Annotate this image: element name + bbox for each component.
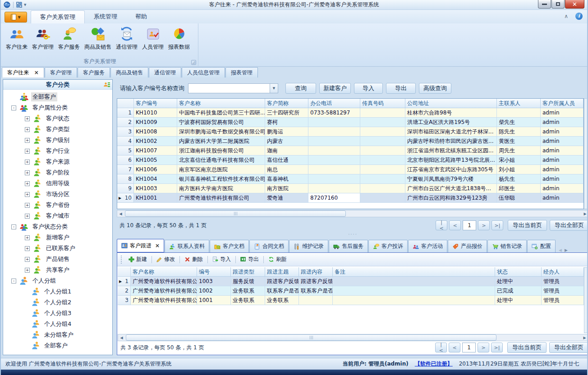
tab-customer-follow-up[interactable]: 客户跟进 × xyxy=(117,239,164,252)
column-header[interactable]: 客户名称 xyxy=(131,267,197,277)
tree-item-personal-groups[interactable]: - 个人分组 xyxy=(3,275,112,286)
column-header[interactable]: 客户简称 xyxy=(265,99,308,108)
scroll-right-icon[interactable]: ▶ xyxy=(582,212,588,216)
info-icon[interactable]: i xyxy=(575,13,583,20)
prev-page-button[interactable]: < xyxy=(449,343,460,352)
ribbon-button-customer-manage[interactable]: 客户管理 xyxy=(30,25,56,52)
minimize-button[interactable] xyxy=(538,0,551,9)
doc-tab-goods-sales[interactable]: 商品及销售 xyxy=(110,67,148,78)
collapse-ribbon-icon[interactable]: ∧ xyxy=(564,14,568,19)
column-header[interactable]: 办公电话 xyxy=(308,99,360,108)
tab-product-quotes[interactable]: 产品报价 xyxy=(448,240,487,252)
table-row[interactable]: ▶1 广州爱奇迪软件科技有限公司 1003 服务反馈 跟进客户反馈... 跟进客… xyxy=(118,277,584,286)
export-records-button[interactable]: 导出 xyxy=(238,254,262,265)
tree-collapse-icon[interactable]: - xyxy=(11,105,16,110)
tree-item-attribute-category[interactable]: - 客户属性分类 xyxy=(3,102,112,113)
scroll-right-icon[interactable]: ▶ xyxy=(581,336,588,340)
next-page-button[interactable]: > xyxy=(478,220,490,230)
tree-expand-icon[interactable]: + xyxy=(25,170,30,175)
page-number-input[interactable]: 1 xyxy=(462,343,476,352)
ribbon-tab-crm[interactable]: 客户关系管理 xyxy=(31,10,85,23)
new-customer-button[interactable]: 新建客户 xyxy=(319,83,351,94)
table-row[interactable]: 3 KH1008 深圳市鹏海运电子数据交换有限公司 鹏海运 深圳市福田区深南大道… xyxy=(117,127,583,137)
tree-item-new-customers[interactable]: + 新增客户 xyxy=(3,232,112,243)
tab-maintenance-records[interactable]: 维护记录 xyxy=(289,240,328,252)
doc-tab-customer-manage[interactable]: 客户管理 xyxy=(45,67,77,78)
scrollbar-thumb[interactable] xyxy=(125,210,346,217)
prev-page-button[interactable]: < xyxy=(449,220,461,230)
tree-expand-icon[interactable]: + xyxy=(25,268,30,273)
export-all-pages-button[interactable]: 导出全部页 xyxy=(550,220,588,231)
doc-tab-personnel-info[interactable]: 人员信息管理 xyxy=(182,67,225,78)
ribbon-button-customer-contacts[interactable]: 客户往来 xyxy=(4,25,30,52)
table-row[interactable]: 6 KH1005 北京嘉信仕通电子科技有限公司 嘉信仕通 北京市朝阳区北苑路甲1… xyxy=(117,155,583,165)
table-row[interactable]: 3 广州爱奇迪软件科技有限公司 1001 业务联系 业务联系 处理中 管理员 xyxy=(118,296,584,305)
table-row[interactable]: 7 KH1006 南京军区南京总医院 南总 江苏省南京市玄武区中山东路305号 … xyxy=(117,165,583,174)
tree-item-customer-status[interactable]: + 客户状态 xyxy=(3,113,112,124)
tree-expand-icon[interactable]: + xyxy=(25,192,30,197)
tab-customer-complaints[interactable]: 客户投诉 xyxy=(368,240,408,252)
edit-record-button[interactable]: 修改 xyxy=(154,254,178,265)
close-button[interactable]: ✕ xyxy=(565,0,584,9)
tree-expand-icon[interactable]: + xyxy=(25,203,30,208)
advanced-query-button[interactable]: 高级查询 xyxy=(419,83,451,94)
tree-item-personal-group-3[interactable]: 个人分组3 xyxy=(3,308,112,319)
table-row[interactable]: 9 KH1003 南方医科大学南方医院 南方医院 广州市白云区广州大道北1838… xyxy=(117,184,583,193)
tab-scroll-right-icon[interactable]: ▶ xyxy=(565,248,568,252)
column-header[interactable]: 跟进内容 xyxy=(299,267,333,277)
tab-sales-records[interactable]: 销售记录 xyxy=(487,240,527,252)
ribbon-button-reports[interactable]: 报表数据 xyxy=(166,25,192,52)
doc-tab-customer-service[interactable]: 客户服务 xyxy=(78,67,110,78)
new-record-button[interactable]: 新建 xyxy=(126,254,150,265)
tree-expand-icon[interactable]: + xyxy=(25,138,30,143)
scroll-left-icon[interactable]: ◀ xyxy=(117,212,124,216)
column-header[interactable]: 客户名称 xyxy=(177,99,265,108)
app-menu-button[interactable]: ▼ xyxy=(5,12,27,23)
doc-tab-customer-contacts[interactable]: 客户往来 × xyxy=(2,67,44,78)
tree-expand-icon[interactable]: + xyxy=(25,214,30,219)
table-row[interactable]: 1 KH1010 中国电子科技集团公司第三十四研... 三十四研究所 0733-… xyxy=(117,108,583,118)
scrollbar-thumb[interactable] xyxy=(126,334,496,341)
splitter-handle[interactable]: ···· xyxy=(117,233,588,238)
table-row[interactable]: 4 KH1002 内蒙古医科大学第二附属医院 内蒙古 内蒙古呼和浩特市回民区内蒙… xyxy=(117,137,583,146)
tree-item-customer-industry[interactable]: + 客户行业 xyxy=(3,146,112,156)
tree-expand-icon[interactable]: + xyxy=(25,127,30,132)
ribbon-button-customer-service[interactable]: 客户服务 xyxy=(56,25,82,52)
tree-item-customer-source[interactable]: + 客户来源 xyxy=(3,156,112,167)
tree-item-market-region[interactable]: + 市场分区 xyxy=(3,189,112,200)
export-all-pages-button[interactable]: 导出全部页 xyxy=(549,342,588,353)
tree-item-customer-province[interactable]: + 客户省份 xyxy=(3,200,112,210)
tree-item-customer-stage[interactable]: + 客户阶段 xyxy=(3,167,112,178)
tree-collapse-icon[interactable]: - xyxy=(11,224,16,229)
tree-item-customer-city[interactable]: + 客户城市 xyxy=(3,210,112,221)
next-page-button[interactable]: > xyxy=(478,343,489,352)
tree-expand-icon[interactable]: + xyxy=(25,257,30,262)
table-row[interactable]: 2 广州爱奇迪软件科技有限公司 1002 业务联系 联系客户是否... 联系客户… xyxy=(118,286,584,296)
table-row[interactable]: 5 KH1007 浙江迦南科技股份有限公司 迦南 浙江省温州市瓯北镇东瓯工业区园… xyxy=(117,146,583,155)
close-icon[interactable]: × xyxy=(34,69,39,76)
doc-tab-report-manage[interactable]: 报表管理 xyxy=(225,67,258,78)
horizontal-scrollbar[interactable]: ◀ ▶ xyxy=(118,334,588,341)
tree-expand-icon[interactable]: + xyxy=(25,181,30,186)
tree-item-personal-group-4[interactable]: 个人分组4 xyxy=(3,319,112,329)
tree-item-contacted-customers[interactable]: + 已联系客户 xyxy=(3,243,112,254)
horizontal-scrollbar[interactable]: ◀ ▶ xyxy=(117,210,588,217)
export-current-page-button[interactable]: 导出当前页 xyxy=(508,220,547,231)
tab-after-sales-service[interactable]: 售后服务 xyxy=(329,240,368,252)
doc-tab-communication[interactable]: 通信管理 xyxy=(149,67,181,78)
customer-search-input[interactable]: ▼ xyxy=(188,83,278,93)
tree-item-status-category[interactable]: - 客户状态分类 xyxy=(3,221,112,232)
column-header[interactable]: 跟进主题 xyxy=(265,267,299,277)
last-page-button[interactable]: >| xyxy=(492,220,503,230)
table-row[interactable]: 2 KH1009 宁波赛柯国际贸易有限公司 赛柯 洪塘工业A区洪大路195号 柴… xyxy=(117,118,583,127)
tree-collapse-icon[interactable]: - xyxy=(11,279,16,284)
tree-item-shared-customers[interactable]: + 共享客户 xyxy=(3,265,112,275)
tree-expand-icon[interactable]: + xyxy=(25,235,30,240)
column-header[interactable]: 跟进类型 xyxy=(231,267,265,277)
column-header[interactable]: 状态 xyxy=(495,267,542,277)
column-header[interactable]: 经办人 xyxy=(542,267,584,277)
tab-customer-docs[interactable]: 客户文档 xyxy=(210,240,249,252)
tree-item-personal-group-1[interactable]: 个人分组1 xyxy=(3,286,112,297)
scroll-left-icon[interactable]: ◀ xyxy=(118,336,125,340)
export-current-page-button[interactable]: 导出当前页 xyxy=(507,342,547,353)
